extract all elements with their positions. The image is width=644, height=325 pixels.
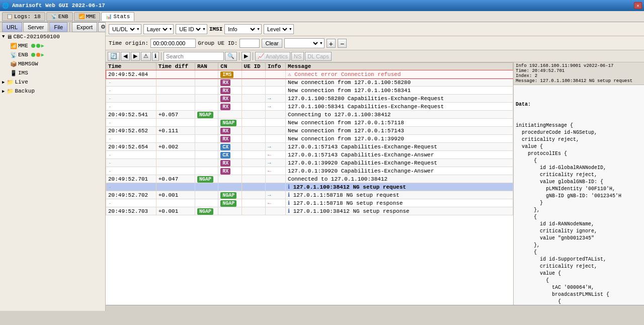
cell-info: →: [266, 191, 286, 199]
back-button[interactable]: ◀: [121, 52, 130, 61]
cell-time: 20:49:52.702: [106, 191, 156, 199]
cell-cn: RX: [218, 167, 242, 175]
ns-button[interactable]: NS: [291, 52, 304, 61]
table-row[interactable]: 20:49:52.654+0.002CX→127.0.0.1:57143 Cap…: [106, 143, 513, 151]
filter-extra-chevron: ▾: [319, 40, 323, 46]
ueid-dropdown[interactable]: UE ID ▾: [176, 24, 207, 34]
sidebar-item-ims[interactable]: 📱 IMS: [0, 68, 105, 77]
info-select[interactable]: InfoDebugWarningError: [226, 26, 257, 33]
play-button[interactable]: ▶: [242, 52, 251, 61]
search-input[interactable]: [164, 52, 224, 61]
level-dropdown[interactable]: Level ▾: [264, 24, 294, 34]
add-filter-button[interactable]: +: [327, 39, 336, 48]
dl-caps-button[interactable]: DL Caps: [305, 52, 331, 61]
table-row[interactable]: -RXNew connection from 127.0.0.1:39920: [106, 135, 513, 143]
warning-filter-button[interactable]: ⚠: [141, 52, 151, 61]
layer-dropdown[interactable]: Layer ▾: [143, 24, 174, 34]
table-row[interactable]: 20:49:52.701+0.047NGAPConnected to 127.0…: [106, 175, 513, 183]
sidebar-label-backup: Backup: [15, 88, 35, 94]
forward-button[interactable]: ▶: [131, 52, 140, 61]
cell-cn: RX: [218, 87, 242, 95]
play-icon-mme: ▶: [41, 43, 44, 49]
table-row[interactable]: 20:49:52.484IMS⚠ Connect error Connectio…: [106, 70, 513, 78]
cell-timediff: [156, 119, 195, 127]
cell-time: 20:49:52.654: [106, 143, 156, 151]
clear-button[interactable]: Clear: [262, 39, 282, 48]
table-row[interactable]: -RXNew connection from 127.0.1.100:58341: [106, 87, 513, 95]
enb-tree-icon: 📡: [10, 52, 17, 58]
group-ue-input[interactable]: [239, 39, 260, 48]
cell-message: 127.0.0.1:57143 Capabilities-Exchange-An…: [286, 151, 513, 159]
table-row[interactable]: 20:49:52.541+0.057NGAPConnecting to 127.…: [106, 111, 513, 119]
cell-timediff: [156, 159, 195, 167]
cell-cn: [218, 183, 242, 191]
cell-message: ℹ 127.0.1.100:38412 NG setup response: [286, 207, 513, 215]
cell-info: →: [266, 103, 286, 111]
sidebar-item-enb[interactable]: 📡 ENB ▶: [0, 50, 105, 59]
search-icon-button[interactable]: 🔍: [225, 52, 237, 61]
data-label: Data:: [516, 101, 642, 108]
url-button[interactable]: URL: [2, 22, 22, 32]
sidebar-item-mme[interactable]: 📶 MME ▶: [0, 41, 105, 50]
table-row[interactable]: -RX→127.0.1.100:58280 Capabilities-Excha…: [106, 95, 513, 103]
export-button[interactable]: Export: [72, 22, 97, 32]
cell-cn: RX: [218, 78, 242, 87]
level-chevron: ▾: [289, 26, 292, 32]
refresh-button[interactable]: 🔄: [108, 52, 120, 61]
ueid-select[interactable]: UE ID: [177, 26, 202, 33]
info-filter-button[interactable]: ℹ: [152, 52, 159, 61]
sidebar-item-backup[interactable]: ▶ 📁 Backup: [0, 87, 105, 96]
tab-stats[interactable]: 📊 Stats: [101, 12, 134, 21]
table-row[interactable]: -RX→127.0.1.100:58341 Capabilities-Excha…: [106, 103, 513, 111]
server-button[interactable]: Server: [23, 22, 48, 32]
cell-time: 20:49:52.652: [106, 127, 156, 135]
sidebar-item-live[interactable]: ▶ 📁 Live: [0, 77, 105, 87]
cell-ran: NGAP: [195, 111, 218, 119]
uldl-select[interactable]: UL/DLULDL: [110, 26, 136, 33]
remove-filter-button[interactable]: −: [338, 39, 347, 48]
time-origin-input[interactable]: [150, 39, 196, 48]
settings-icon-button[interactable]: ⚙: [98, 22, 106, 32]
table-row[interactable]: -RX←127.0.0.1:39920 Capabilities-Exchang…: [106, 167, 513, 175]
cell-info: [266, 183, 286, 191]
sidebar-item-cbc[interactable]: ▼ 🖥 CBC-2021050100: [0, 32, 105, 41]
table-row[interactable]: -RXNew connection from 127.0.1.100:58280: [106, 78, 513, 87]
cell-ueid: [242, 103, 265, 111]
filter-extra-dropdown[interactable]: ▾: [284, 38, 325, 48]
layer-select[interactable]: Layer: [145, 26, 169, 33]
analytics-button[interactable]: 📈 Analytics: [255, 52, 290, 61]
table-row[interactable]: 20:49:52.703+0.001NGAPℹ 127.0.1.100:3841…: [106, 207, 513, 215]
table-row[interactable]: -ℹ 127.0.1.100:38412 NG setup request: [106, 183, 513, 191]
uldl-dropdown[interactable]: UL/DLULDL ▾: [109, 24, 141, 34]
cell-message: ℹ 127.0.1.1:58718 NG setup response: [286, 199, 513, 207]
tab-mme-label: MME: [86, 14, 96, 20]
message-table-container[interactable]: Time Time diff RAN CN UE ID Info Message…: [106, 62, 513, 305]
table-row[interactable]: -RX→127.0.0.1:39920 Capabilities-Exchang…: [106, 159, 513, 167]
col-info: Info: [266, 63, 286, 70]
info-dropdown[interactable]: InfoDebugWarningError ▾: [224, 24, 262, 34]
table-row[interactable]: -NGAPNew connection from 127.0.0.1:57118: [106, 119, 513, 127]
cell-message: 127.0.0.1:39920 Capabilities-Exchange-Re…: [286, 159, 513, 167]
bottom-scrollbar[interactable]: [106, 305, 644, 311]
level-select[interactable]: Level: [265, 26, 289, 33]
table-row[interactable]: -NGAP←ℹ 127.0.1.1:58718 NG setup respons…: [106, 199, 513, 207]
tab-logs[interactable]: 📋 Logs: 18: [2, 12, 45, 21]
sidebar-item-mbmsgw[interactable]: 📦 MBMSGW: [0, 59, 105, 68]
tab-mme[interactable]: 📶 MME: [74, 12, 101, 21]
table-row[interactable]: -CX←127.0.0.1:57143 Capabilities-Exchang…: [106, 151, 513, 159]
cell-info: [266, 175, 286, 183]
cell-cn: RX: [218, 95, 242, 103]
table-row[interactable]: 20:49:52.702+0.001NGAP→ℹ 127.0.1.1:58718…: [106, 191, 513, 199]
sidebar-content: ▼ 🖥 CBC-2021050100 📶 MME ▶ 📡 ENB: [0, 32, 105, 311]
cell-info: [266, 111, 286, 119]
tab-enb[interactable]: 📡 ENB: [46, 12, 73, 21]
cell-info: →: [266, 143, 286, 151]
filter-extra-select[interactable]: [286, 40, 319, 47]
info-line4: Message: 127.0.1.100:38412 NG setup requ…: [516, 78, 642, 84]
cell-timediff: [156, 103, 195, 111]
app-icon: 🌐: [2, 3, 9, 9]
close-button[interactable]: ✕: [634, 2, 642, 9]
app-title: Amarisoft Web GUI 2022-06-17: [12, 3, 105, 9]
table-row[interactable]: 20:49:52.652+0.111RXNew connection from …: [106, 127, 513, 135]
file-button[interactable]: File: [49, 22, 67, 32]
